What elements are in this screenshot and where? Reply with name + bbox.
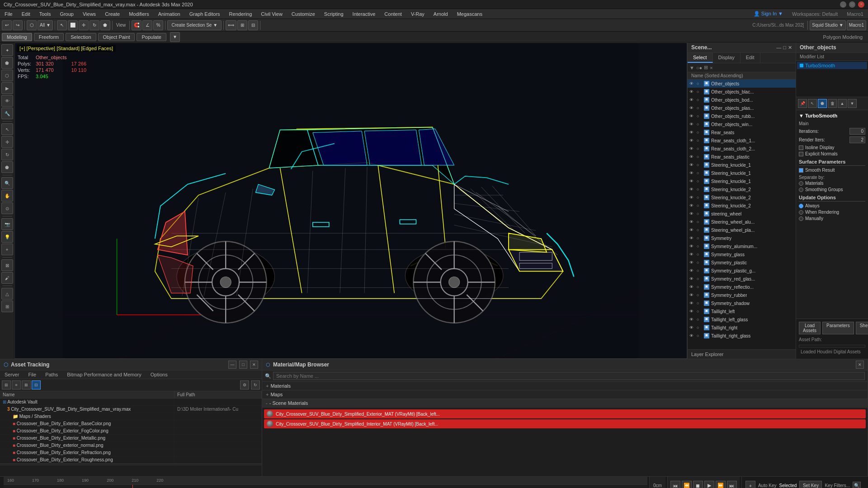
shelf-btn[interactable]: Shelf (856, 322, 868, 334)
at-tb-settings[interactable]: ⚙ (240, 380, 249, 389)
mod-tool-up[interactable]: ▲ (838, 99, 847, 108)
tab-modeling[interactable]: Modeling (2, 33, 32, 41)
menu-create[interactable]: Create (100, 9, 124, 19)
scene-item-23[interactable]: 👁○ ▣ Symmetry_plastic_g... (688, 267, 796, 275)
set-key-btn[interactable]: Set Key (799, 481, 822, 488)
orbit-tool[interactable]: ⊙ (1, 202, 13, 214)
at-menu-server[interactable]: Server (0, 371, 24, 379)
percent-snap[interactable]: % (153, 20, 163, 30)
at-row-max-file[interactable]: 3 City_Crossover_SUV_Blue_Dirty_Simplifi… (0, 406, 262, 413)
menu-tools[interactable]: Tools (35, 9, 56, 19)
render-iters-input[interactable] (849, 136, 865, 143)
select-filter-all[interactable]: All ▼ (38, 20, 53, 30)
zoom-tool[interactable]: 🔍 (1, 177, 13, 189)
when-rendering-radio[interactable] (799, 210, 803, 215)
layer-manager[interactable]: ⊟ (248, 20, 258, 30)
prev-frame-btn[interactable]: ⏪ (682, 481, 692, 488)
display-btn[interactable]: 👁 (1, 95, 13, 107)
scene-item-2[interactable]: 👁○ ▣ Other_objects_bod... (688, 96, 796, 104)
menu-arnold[interactable]: Arnold (429, 9, 453, 19)
at-tb-btn2[interactable]: ≡ (12, 380, 21, 389)
move-button[interactable]: ✛ (79, 20, 89, 30)
scene-item-22[interactable]: 👁○ ▣ Symmetry_plastic (688, 258, 796, 267)
at-tb-refresh[interactable]: ↻ (251, 380, 260, 389)
utilities-btn[interactable]: 🔧 (1, 108, 13, 119)
scene-item-13[interactable]: 👁○ ▣ Steering_knuckle_2 (688, 185, 796, 193)
scene-maximize-btn[interactable]: □ (783, 45, 786, 51)
menu-modifiers[interactable]: Modifiers (124, 9, 154, 19)
angle-snap[interactable]: ∠ (142, 20, 152, 30)
at-row-normal[interactable]: ■ Crossover_Blue_Dirty_exterior_normal.p… (0, 442, 262, 449)
tab-freeform[interactable]: Freeform (34, 33, 64, 41)
play-btn[interactable]: ▶ (704, 481, 714, 488)
scene-item-27[interactable]: 👁○ ▣ Symmetry_shadow (688, 299, 796, 307)
paint-tool[interactable]: 🖌 (1, 272, 13, 284)
at-tb-btn3[interactable]: ⊠ (22, 380, 31, 389)
scene-item-6[interactable]: 👁○ ▣ Rear_seats (688, 128, 796, 136)
scene-item-16[interactable]: 👁○ ▣ steering_wheel (688, 210, 796, 218)
scene-item-12[interactable]: 👁○ ▣ Steering_knuckle_1 (688, 177, 796, 185)
select-obj-button[interactable]: ⬡ (27, 20, 37, 30)
iterations-input[interactable] (849, 128, 865, 135)
scale-tool[interactable]: ⬟ (1, 161, 13, 173)
tab-object-paint[interactable]: Object Paint (98, 33, 135, 41)
minimize-button[interactable]: _ (840, 1, 846, 8)
viewport[interactable]: [+] [Perspective] [Standard] [Edged Face… (14, 42, 687, 359)
scene-item-7[interactable]: 👁○ ▣ Rear_seats_cloth_1... (688, 136, 796, 145)
rotate-button[interactable]: ↻ (90, 20, 99, 30)
at-row-vault[interactable]: ⊞ Autodesk Vault (0, 399, 262, 406)
isoline-checkbox[interactable] (799, 145, 803, 150)
create-panel-btn[interactable]: ✦ (1, 44, 13, 56)
scene-item-11[interactable]: 👁○ ▣ Steering_knuckle_1 (688, 169, 796, 177)
stop-btn[interactable]: ⏹ (693, 481, 703, 488)
selection-sets[interactable]: Create Selection Se ▼ (167, 20, 222, 30)
snaps-toggle[interactable]: 🧲 (132, 20, 142, 30)
menu-views[interactable]: Views (78, 9, 100, 19)
scene-item-31[interactable]: 👁○ ▣ Taillight_right_glass (688, 332, 796, 340)
light-tool[interactable]: 💡 (1, 231, 13, 243)
maximize-button[interactable]: □ (849, 1, 855, 8)
mat-entry-exterior[interactable]: City_Crossover_SUV_Blue_Dirty_Simplified… (264, 409, 866, 418)
at-row-maps[interactable]: 📁 Maps / Shaders (0, 413, 262, 420)
macro-btn[interactable]: Macro1 (847, 20, 866, 30)
tab-populate[interactable]: Populate (137, 33, 166, 41)
keying-btn[interactable]: + (745, 481, 755, 488)
move-tool[interactable]: ✛ (1, 136, 13, 148)
undo-button[interactable]: ↩ (2, 20, 12, 30)
at-menu-file[interactable]: File (24, 371, 41, 379)
menu-customize[interactable]: Customize (287, 9, 320, 19)
close-button[interactable]: ✕ (858, 1, 864, 8)
menu-vray[interactable]: V-Ray (406, 9, 429, 19)
mb-search-input[interactable] (273, 372, 865, 380)
always-radio[interactable] (799, 204, 803, 208)
manually-radio[interactable] (799, 216, 803, 221)
snap-3d-tool[interactable]: △ (1, 288, 13, 300)
menu-content[interactable]: Content (380, 9, 406, 19)
scene-item-17[interactable]: 👁○ ▣ Steering_wheel_alu... (688, 218, 796, 226)
menu-group[interactable]: Group (55, 9, 78, 19)
menu-animation[interactable]: Animation (154, 9, 185, 19)
mod-tool-delete[interactable]: 🗑 (828, 99, 837, 108)
at-row-fog[interactable]: ■ Crossover_Blue_Dirty_Exterior_FogColor… (0, 427, 262, 435)
key-filters-btn[interactable]: Key Filters... (825, 483, 850, 488)
mod-tool-active[interactable]: ⬟ (818, 99, 827, 108)
mb-close-btn[interactable]: ✕ (856, 361, 864, 369)
scene-item-28[interactable]: 👁○ ▣ Taillight_left (688, 307, 796, 315)
scene-minimize-btn[interactable]: — (776, 45, 781, 51)
scene-item-8[interactable]: 👁○ ▣ Rear_seats_cloth_2... (688, 145, 796, 153)
scene-item-21[interactable]: 👁○ ▣ Symmetry_glass (688, 250, 796, 258)
scene-item-3[interactable]: 👁○ ▣ Other_objects_plas... (688, 104, 796, 112)
at-minimize-btn[interactable]: — (228, 361, 236, 369)
at-tb-btn4[interactable]: ⊟ (32, 380, 41, 389)
scene-item-25[interactable]: 👁○ ▣ Symmetry_reflectio... (688, 283, 796, 291)
menu-edit[interactable]: Edit (17, 9, 35, 19)
scene-close-btn[interactable]: ✕ (788, 45, 792, 51)
scene-item-26[interactable]: 👁○ ▣ Symmetry_rubber (688, 291, 796, 299)
explicit-normals-checkbox[interactable] (799, 152, 803, 156)
studio-btn[interactable]: Squid Studio ▼ (810, 20, 845, 30)
scene-item-4[interactable]: 👁○ ▣ Other_objects_rubb... (688, 112, 796, 120)
mod-tool-pin[interactable]: 📌 (798, 99, 807, 108)
at-col-path[interactable]: Full Path (175, 391, 262, 399)
at-menu-options[interactable]: Options (146, 371, 172, 379)
scene-tab-edit[interactable]: Edit (741, 53, 760, 63)
